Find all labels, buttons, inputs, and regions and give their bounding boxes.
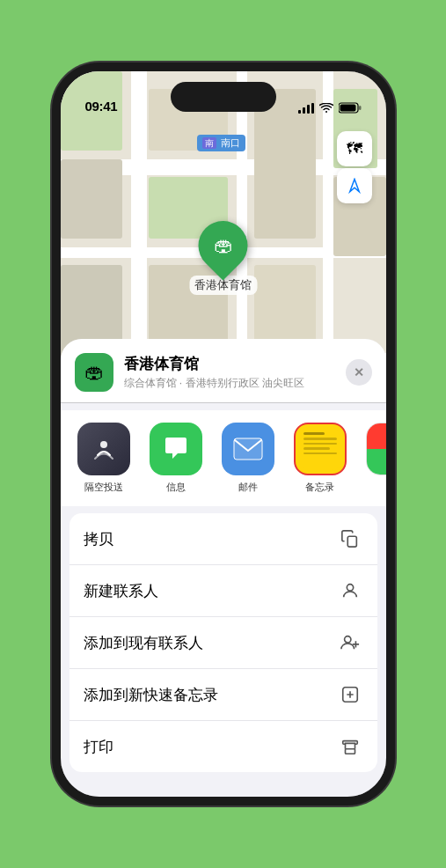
map-pin: 🏟 香港体育馆: [189, 221, 257, 295]
svg-point-11: [344, 636, 350, 643]
notes-icon: [294, 423, 347, 475]
close-button[interactable]: ✕: [346, 359, 372, 386]
status-icons: [298, 102, 362, 114]
notes-label: 备忘录: [305, 481, 334, 494]
status-time: 09:41: [85, 99, 118, 114]
share-item-messages[interactable]: 信息: [147, 423, 205, 494]
share-row: 隔空投送 信息 邮件: [61, 410, 386, 506]
copy-icon: [337, 526, 363, 552]
notes-inner: [299, 428, 341, 470]
notes-line: [303, 443, 337, 445]
svg-rect-2: [307, 105, 310, 114]
quick-note-icon: [337, 681, 363, 708]
venue-subtitle: 综合体育馆 · 香港特别行政区 油尖旺区: [124, 376, 335, 391]
action-new-contact[interactable]: 新建联系人: [69, 565, 377, 617]
notes-line: [303, 452, 337, 455]
map-type-icon: 🗺: [347, 140, 362, 158]
share-item-notes[interactable]: 备忘录: [291, 423, 349, 494]
svg-rect-3: [311, 103, 314, 114]
airdrop-svg: [91, 436, 117, 462]
pin-marker: 🏟: [188, 210, 258, 280]
svg-rect-8: [234, 438, 262, 460]
bottom-sheet: 🏟 香港体育馆 综合体育馆 · 香港特别行政区 油尖旺区 ✕ 隔空投送: [61, 339, 386, 797]
notes-line: [303, 447, 330, 450]
pin-icon-inner: 🏟: [214, 234, 233, 257]
location-button[interactable]: [337, 168, 372, 203]
map-controls: 🗺: [337, 131, 372, 203]
add-contact-label: 添加到现有联系人: [84, 633, 203, 653]
add-contact-icon: [337, 629, 363, 656]
venue-info: 香港体育馆 综合体育馆 · 香港特别行政区 油尖旺区: [124, 354, 335, 391]
dynamic-island: [171, 82, 276, 112]
map-block: [61, 159, 122, 239]
svg-rect-17: [345, 749, 355, 754]
action-list: 拷贝 新建联系人 添: [69, 513, 377, 772]
new-contact-label: 新建联系人: [84, 581, 158, 601]
svg-rect-9: [347, 536, 356, 547]
messages-svg: [162, 436, 190, 462]
svg-point-7: [100, 441, 107, 448]
signal-icon: [298, 103, 314, 114]
svg-rect-5: [340, 105, 355, 112]
airdrop-icon: [77, 423, 130, 475]
share-item-mail[interactable]: 邮件: [219, 423, 277, 494]
map-label: 南 南口: [197, 135, 245, 151]
messages-icon: [150, 423, 202, 475]
action-quick-note[interactable]: 添加到新快速备忘录: [69, 669, 377, 721]
sheet-header: 🏟 香港体育馆 综合体育馆 · 香港特别行政区 油尖旺区 ✕: [61, 339, 386, 403]
print-icon: [337, 733, 363, 760]
map-block: [254, 265, 316, 344]
mail-svg: [233, 438, 263, 460]
location-icon: [347, 178, 362, 194]
battery-icon: [339, 102, 362, 114]
share-item-more[interactable]: 推: [363, 423, 386, 494]
action-copy[interactable]: 拷贝: [69, 513, 377, 565]
notes-line: [303, 438, 337, 440]
airdrop-label: 隔空投送: [84, 481, 123, 494]
quick-note-label: 添加到新快速备忘录: [84, 685, 218, 705]
notes-line: [303, 432, 325, 435]
map-type-button[interactable]: 🗺: [337, 131, 372, 166]
new-contact-icon: [337, 577, 363, 604]
messages-label: 信息: [166, 481, 186, 494]
more-icon: [366, 423, 386, 475]
wifi-icon: [319, 103, 333, 114]
venue-name: 香港体育馆: [124, 354, 335, 374]
print-label: 打印: [84, 737, 113, 757]
svg-rect-6: [359, 106, 362, 110]
svg-rect-0: [298, 110, 301, 114]
svg-point-10: [347, 585, 353, 591]
mail-label: 邮件: [238, 481, 258, 494]
phone-frame: 09:41: [52, 63, 395, 805]
share-item-airdrop[interactable]: 隔空投送: [75, 423, 133, 494]
copy-label: 拷贝: [84, 529, 113, 549]
svg-rect-1: [303, 107, 305, 114]
action-print[interactable]: 打印: [69, 721, 377, 772]
mail-icon: [222, 423, 274, 475]
venue-icon: 🏟: [75, 353, 113, 392]
action-add-contact[interactable]: 添加到现有联系人: [69, 617, 377, 669]
